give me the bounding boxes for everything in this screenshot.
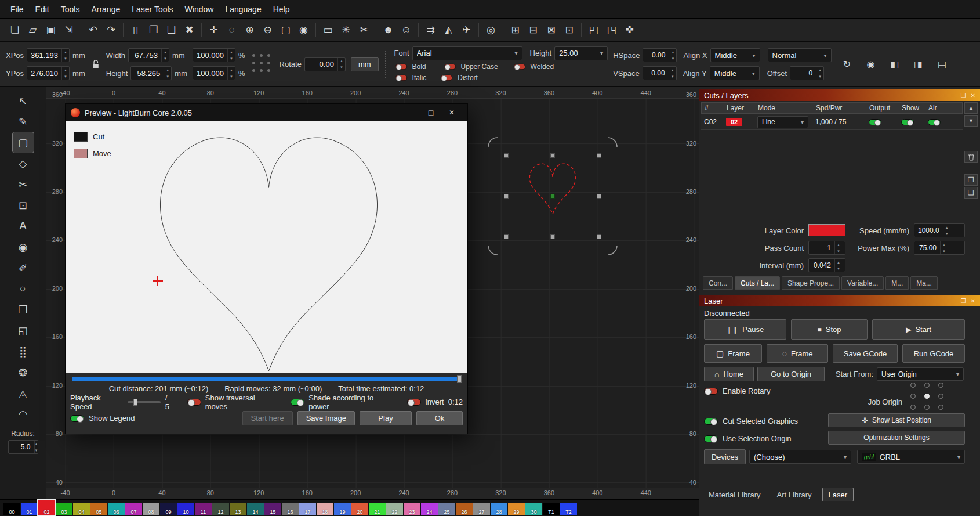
- vspace-input[interactable]: 0.00: [643, 66, 677, 80]
- tab-material-library[interactable]: Material Library: [703, 488, 767, 501]
- camera-capture-icon[interactable]: ◉: [295, 21, 313, 39]
- ypos-input[interactable]: 276.010: [27, 66, 70, 80]
- weld-shapes-tool[interactable]: ❒: [13, 300, 34, 320]
- spinner-down-icon[interactable]: [162, 55, 169, 62]
- zoom-in-icon[interactable]: ⊕: [241, 21, 259, 39]
- frame-corners-icon[interactable]: ◰: [585, 21, 602, 39]
- job-origin-radio[interactable]: [910, 394, 916, 399]
- frame-selection-icon[interactable]: ▢: [277, 21, 295, 39]
- dock-windows-icon[interactable]: ▤: [933, 56, 951, 73]
- palette-swatch-23[interactable]: 23: [404, 503, 420, 515]
- job-origin-radio[interactable]: [910, 405, 916, 410]
- palette-swatch-04[interactable]: 04: [73, 503, 90, 515]
- controller-dropdown[interactable]: grbl GRBL: [857, 450, 965, 464]
- playback-progress-bar[interactable]: [72, 377, 461, 381]
- shade-power-toggle[interactable]: [291, 399, 304, 406]
- dock-left-icon[interactable]: ◧: [885, 56, 903, 73]
- layer-color-badge[interactable]: 02: [726, 118, 742, 126]
- job-origin-radio[interactable]: [938, 394, 943, 399]
- xpos-input[interactable]: 361.193: [27, 48, 70, 62]
- device-settings-icon[interactable]: ✳: [337, 21, 355, 39]
- spinner-down-icon[interactable]: [669, 73, 676, 80]
- offset-shapes-tool[interactable]: ◬: [13, 383, 34, 403]
- spinner-down-icon[interactable]: [835, 248, 842, 254]
- go-to-origin-button[interactable]: Go to Origin: [757, 367, 825, 381]
- grid-array-tool[interactable]: ⣿: [13, 341, 34, 362]
- float-laser-panel-icon[interactable]: [961, 298, 966, 304]
- zoom-out-icon[interactable]: ⊖: [259, 21, 277, 39]
- job-origin-grid[interactable]: [906, 380, 948, 413]
- spinner-down-icon[interactable]: [338, 64, 345, 71]
- run-gcode-button[interactable]: Run GCode: [902, 344, 965, 363]
- palette-swatch-22[interactable]: 22: [386, 503, 403, 515]
- menu-arrange[interactable]: Arrange: [85, 2, 126, 17]
- pause-button[interactable]: Pause: [704, 319, 786, 340]
- palette-swatch-11[interactable]: 11: [195, 503, 212, 515]
- spinner-down-icon[interactable]: [669, 55, 676, 62]
- slider-handle[interactable]: [133, 399, 137, 406]
- selected-heart-shape[interactable]: [486, 135, 619, 257]
- arc-tool[interactable]: ◠: [13, 404, 34, 424]
- refresh-display-icon[interactable]: ↻: [838, 56, 856, 73]
- zoom-to-selection-icon[interactable]: ◌: [223, 21, 241, 39]
- spinner-down-icon[interactable]: [164, 73, 171, 80]
- italic-toggle[interactable]: [395, 75, 406, 81]
- draw-lines-tool[interactable]: ✎: [13, 111, 34, 132]
- spinner-up-icon[interactable]: [835, 259, 842, 265]
- paste-layer-settings-button[interactable]: [964, 187, 978, 199]
- dock-tab-shape-prope[interactable]: Shape Prope...: [782, 276, 840, 290]
- selection-center-handle[interactable]: [551, 194, 555, 199]
- preview-dialog[interactable]: Preview - LightBurn Core 2.0.05 Cut Move…: [65, 103, 468, 434]
- palette-swatch-12[interactable]: 12: [212, 503, 229, 515]
- palette-swatch-16[interactable]: 16: [282, 503, 299, 515]
- origin-machine-icon[interactable]: ⊡: [560, 21, 578, 39]
- multi-user-icon[interactable]: ☻: [379, 21, 397, 39]
- dock-right-icon[interactable]: ◨: [909, 56, 927, 73]
- spinner-up-icon[interactable]: [669, 49, 676, 55]
- spinner-arrows[interactable]: [834, 259, 842, 272]
- close-panel-icon[interactable]: [971, 92, 975, 99]
- playback-speed-slider[interactable]: [128, 401, 160, 403]
- bold-toggle[interactable]: [395, 64, 406, 70]
- boolean-union-tool[interactable]: ◱: [13, 320, 34, 341]
- home-button[interactable]: Home: [704, 367, 754, 381]
- palette-swatch-15[interactable]: 15: [264, 503, 281, 515]
- palette-swatch-07[interactable]: 07: [125, 503, 142, 515]
- polygon-tool[interactable]: ◇: [13, 153, 34, 174]
- menu-edit[interactable]: Edit: [30, 2, 55, 17]
- spinner-up-icon[interactable]: [62, 49, 69, 55]
- position-laser-tool[interactable]: ◉: [13, 237, 34, 257]
- palette-swatch-t1[interactable]: T1: [543, 503, 560, 515]
- undo-icon[interactable]: ↶: [84, 21, 102, 39]
- palette-swatch-27[interactable]: 27: [473, 503, 490, 515]
- spinner-arrows[interactable]: [164, 67, 171, 80]
- layer-mode-dropdown[interactable]: Line: [757, 116, 808, 128]
- palette-swatch-05[interactable]: 05: [90, 503, 107, 515]
- anchor-dot[interactable]: [267, 62, 270, 64]
- height-input[interactable]: 58.265: [130, 66, 172, 80]
- save-gcode-button[interactable]: Save GCode: [833, 344, 898, 363]
- text-style-dropdown[interactable]: Normal: [768, 48, 832, 62]
- spinner-arrows[interactable]: [337, 58, 345, 71]
- cut-selected-toggle[interactable]: [704, 418, 718, 425]
- probe-machine-icon[interactable]: ⊠: [542, 21, 560, 39]
- units-button[interactable]: mm: [351, 57, 379, 71]
- offset-input[interactable]: 0: [790, 66, 824, 80]
- upper-case-toggle[interactable]: [444, 64, 455, 70]
- palette-swatch-30[interactable]: 30: [525, 503, 542, 515]
- spinner-arrows[interactable]: [943, 224, 950, 237]
- spinner-arrows[interactable]: [227, 49, 235, 62]
- spinner-up-icon[interactable]: [228, 49, 235, 55]
- machine-tools-icon[interactable]: ✂: [355, 21, 373, 39]
- spinner-arrows[interactable]: [940, 241, 948, 254]
- font-height-dropdown[interactable]: 25.00: [554, 46, 608, 60]
- job-origin-radio[interactable]: [924, 383, 930, 388]
- show-legend-toggle[interactable]: [70, 415, 84, 422]
- menu-tools[interactable]: Tools: [55, 2, 86, 17]
- rotate-input[interactable]: 0.00: [304, 57, 346, 71]
- ok-button[interactable]: Ok: [416, 411, 463, 425]
- use-selection-origin-toggle[interactable]: [704, 435, 718, 442]
- spinner-down-icon[interactable]: [62, 55, 69, 62]
- palette-swatch-02[interactable]: 02: [38, 500, 55, 515]
- spinner-up-icon[interactable]: [816, 67, 823, 73]
